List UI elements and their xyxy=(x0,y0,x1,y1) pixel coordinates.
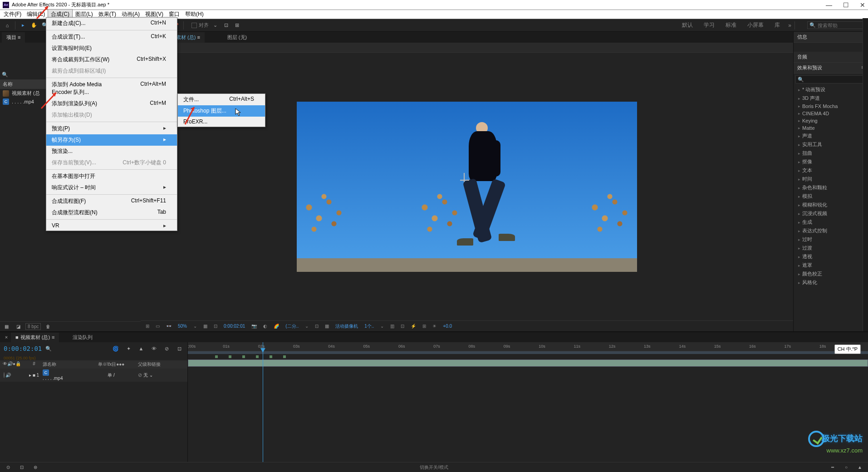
workspace-小屏幕[interactable]: 小屏幕 xyxy=(746,20,765,31)
preset-category[interactable]: ▸过渡 xyxy=(794,244,868,252)
tl-tool-1[interactable]: 🌀 xyxy=(111,344,120,353)
preset-category[interactable]: ▸表达式控制 xyxy=(794,226,868,235)
quality-chevron-icon[interactable]: ⌄ xyxy=(304,324,310,329)
panel-menu-icon[interactable]: ≡ xyxy=(52,334,54,340)
resolution-icon[interactable]: ▭ xyxy=(154,324,161,329)
workspace-标准[interactable]: 标准 xyxy=(725,20,737,31)
comp-breadcrumb[interactable]: 材 (总) xyxy=(141,43,793,53)
menu-帮助h[interactable]: 帮助(H) xyxy=(182,10,206,19)
preset-category[interactable]: ▸遮罩 xyxy=(794,261,868,270)
selection-tool[interactable]: ▸ xyxy=(19,21,28,30)
preset-category[interactable]: ▸模拟 xyxy=(794,192,868,201)
menu-item[interactable]: 设置海报时间(E) xyxy=(46,43,177,54)
workspace-库[interactable]: 库 xyxy=(774,20,781,31)
current-timecode[interactable]: 0:00:02:01 xyxy=(4,345,42,352)
exposure-value[interactable]: +0.0 xyxy=(441,324,453,329)
layer-name-cell[interactable]: C . . . . .mp4 xyxy=(41,369,86,381)
timeline-comp-tab[interactable]: ■ 视频素材 (总) ≡ xyxy=(11,333,59,342)
menu-item[interactable]: 合成流程图(F)Ctrl+Shift+F11 xyxy=(46,196,177,207)
interpret-footage-icon[interactable]: ▦ xyxy=(2,322,11,331)
preset-category[interactable]: ▸扭曲 xyxy=(794,149,868,157)
timeline-sync-icon[interactable]: ⊞ xyxy=(421,324,427,329)
workspace-more-button[interactable]: » xyxy=(788,22,791,29)
bpc-indicator[interactable]: 8 bpc xyxy=(25,323,41,330)
preset-category[interactable]: ▸Keying xyxy=(794,117,868,124)
menu-item[interactable]: 预览(P)▸ xyxy=(46,123,177,134)
render-queue-tab[interactable]: 渲染队列 xyxy=(68,332,97,343)
mask-icon[interactable]: 👓 xyxy=(165,324,173,329)
color-depth-icon[interactable]: ◪ xyxy=(14,322,23,331)
menu-item[interactable]: VR▸ xyxy=(46,221,177,231)
preset-category[interactable]: ▸3D 声道 xyxy=(794,94,868,103)
pixel-aspect-icon[interactable]: ⊡ xyxy=(399,324,406,329)
keyframe-marker[interactable] xyxy=(242,355,245,358)
visibility-icon[interactable] xyxy=(4,372,5,378)
keyframe-marker[interactable] xyxy=(215,355,218,358)
timeline-right[interactable]: ;00s01s02s03s04s05s06s07s08s09s10s11s12s… xyxy=(188,342,868,462)
submenu-item[interactable]: ProEXR... xyxy=(178,117,265,127)
views-chevron-icon[interactable]: ⌄ xyxy=(379,324,385,329)
layer-row[interactable]: 🔊 ▸ ■ 1 C . . . . .mp4 单 / ⊘ 无 ⌄ xyxy=(0,369,187,382)
menu-item[interactable]: 帧另存为(S)▸ xyxy=(46,134,177,146)
preset-category[interactable]: ▸声道 xyxy=(794,132,868,140)
panel-menu-icon[interactable]: ≡ xyxy=(18,34,20,40)
keyframe-marker[interactable] xyxy=(229,355,231,358)
preset-category[interactable]: ▸时间 xyxy=(794,175,868,183)
preset-category[interactable]: ▸模糊和锐化 xyxy=(794,201,868,209)
preset-category[interactable]: ▸杂色和颗粒 xyxy=(794,183,868,192)
maximize-button[interactable]: ☐ xyxy=(843,1,849,9)
view-layout-icon[interactable]: ▥ xyxy=(389,324,396,329)
snap-options-icon[interactable]: ⌄ xyxy=(211,21,220,30)
zoom-out-icon[interactable]: ━ xyxy=(828,463,837,472)
effects-panel-header[interactable]: 效果和预设≡ xyxy=(794,63,868,74)
work-area-bar[interactable] xyxy=(188,351,868,354)
menu-item[interactable]: 添加到渲染队列(A)Ctrl+M xyxy=(46,98,177,109)
menu-item[interactable]: 响应式设计 – 时间▸ xyxy=(46,182,177,193)
tl-tool-5[interactable]: ⊘ xyxy=(162,344,171,353)
zoom-in-icon[interactable]: ▲ xyxy=(855,463,864,472)
guides-icon[interactable]: ⊡ xyxy=(212,324,219,329)
playhead[interactable] xyxy=(263,342,263,462)
preset-category[interactable]: ▸* 动画预设 xyxy=(794,85,868,94)
time-ruler[interactable]: ;00s01s02s03s04s05s06s07s08s09s10s11s12s… xyxy=(188,342,868,351)
preset-category[interactable]: ▸文本 xyxy=(794,166,868,175)
menu-item[interactable]: 合成设置(T)...Ctrl+K xyxy=(46,31,177,43)
workspace-学习[interactable]: 学习 xyxy=(703,20,716,31)
snapshot-icon[interactable]: 📷 xyxy=(250,324,258,329)
preset-category[interactable]: ▸实用工具 xyxy=(794,140,868,149)
channel-icon[interactable]: ◐ xyxy=(262,324,269,329)
project-tab[interactable]: 项目 ≡ xyxy=(2,32,25,43)
keyframe-marker[interactable] xyxy=(283,355,286,358)
tl-tool-3[interactable]: ▲ xyxy=(137,344,146,353)
preset-category[interactable]: ▸风格化 xyxy=(794,278,868,287)
preset-search-input[interactable] xyxy=(795,75,866,84)
preset-category[interactable]: ▸颜色校正 xyxy=(794,270,868,278)
preset-category[interactable]: ▸Boris FX Mocha xyxy=(794,103,868,110)
camera-dropdown[interactable]: 活动摄像机 xyxy=(334,323,359,329)
toggle-switches-icon[interactable]: ⊙ xyxy=(4,463,13,472)
keyframe-marker[interactable] xyxy=(270,355,272,358)
views-dropdown[interactable]: 1个.. xyxy=(363,323,375,329)
menu-文件f[interactable]: 文件(F) xyxy=(1,10,24,19)
layer-parent[interactable]: ⊘ 无 ⌄ xyxy=(136,372,187,379)
layer-bar[interactable] xyxy=(188,359,868,367)
help-search[interactable]: 🔍 xyxy=(807,21,865,29)
menu-item[interactable]: 新建合成(C)...Ctrl+N xyxy=(46,18,177,29)
toggle-modes-icon[interactable]: ⊡ xyxy=(17,463,26,472)
menu-编辑e[interactable]: 编辑(E) xyxy=(24,10,48,19)
menu-item[interactable]: 合成微型流程图(N)Tab xyxy=(46,207,177,218)
audio-panel-header[interactable]: 音频 xyxy=(794,52,868,63)
menu-item[interactable]: 在基本图形中打开 xyxy=(46,171,177,182)
hand-tool[interactable]: ✋ xyxy=(29,21,39,30)
region-icon[interactable]: ⊡ xyxy=(314,324,320,329)
layer-toggles[interactable]: 🔊 xyxy=(0,373,27,378)
toolbar-extra-1[interactable]: ⊡ xyxy=(221,21,230,30)
transparency-icon[interactable]: ▦ xyxy=(324,324,330,329)
preset-category[interactable]: ▸透视 xyxy=(794,252,868,261)
preset-category[interactable]: ▸抠像 xyxy=(794,157,868,166)
toolbar-extra-2[interactable]: ⊞ xyxy=(232,21,241,30)
tl-tool-6[interactable]: ⊡ xyxy=(175,344,184,353)
ime-indicator[interactable]: CH 中.ºP xyxy=(834,344,861,354)
fast-preview-icon[interactable]: ⚡ xyxy=(409,324,417,329)
workspace-默认[interactable]: 默认 xyxy=(681,20,694,31)
